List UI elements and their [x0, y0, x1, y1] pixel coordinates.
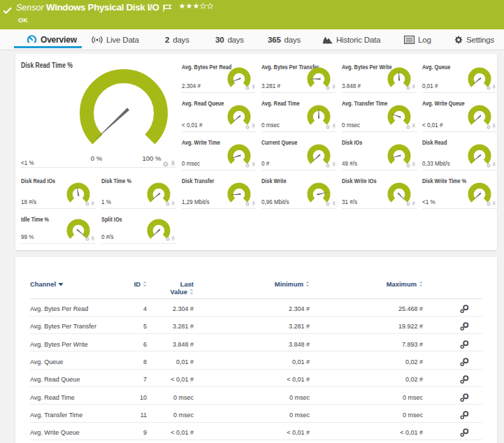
- gauge-pin-icon[interactable]: [332, 201, 336, 207]
- gauge-pin-icon[interactable]: [91, 201, 95, 207]
- gauge-pin-icon[interactable]: [492, 85, 496, 90]
- panel-divider: [101, 243, 176, 244]
- cell-actions: [423, 405, 482, 422]
- gauge-pin-icon[interactable]: [412, 85, 416, 90]
- gauge-gear-icon[interactable]: [245, 86, 250, 90]
- gauge-pin-icon[interactable]: [171, 201, 175, 207]
- tab-overview[interactable]: Overview: [27, 29, 77, 50]
- gauge-gear-icon[interactable]: [245, 164, 250, 168]
- gauge-panel: Disk Write0,96 Mbit/s: [256, 170, 336, 209]
- cell-last_value: 0 msec: [147, 386, 194, 404]
- gauge-panel-actions: [487, 124, 496, 129]
- gauge-gear-icon[interactable]: [406, 164, 410, 168]
- gauge-pin-icon[interactable]: [91, 236, 95, 242]
- channel-settings-icon[interactable]: [459, 357, 470, 367]
- tab-day-count: 365: [268, 36, 281, 44]
- gauge-gear-icon[interactable]: [245, 125, 250, 129]
- gauge-value: 0 msec: [261, 121, 280, 129]
- column-header-last_value[interactable]: LastValue: [147, 273, 194, 298]
- gauge-panel-actions: [406, 201, 416, 207]
- panel-divider: [422, 208, 497, 209]
- gauge-gear-icon[interactable]: [406, 125, 410, 129]
- gauge-pin-icon[interactable]: [332, 124, 336, 129]
- gauge-pin-icon[interactable]: [252, 162, 256, 168]
- column-header-channel[interactable]: Channel: [30, 273, 100, 298]
- star-filled-icon[interactable]: [193, 3, 199, 9]
- channel-settings-icon[interactable]: [459, 410, 470, 420]
- gauge-gear-icon[interactable]: [163, 161, 168, 167]
- gauge-gear-icon[interactable]: [487, 202, 491, 206]
- gauge-pin-icon[interactable]: [332, 162, 336, 168]
- gauge-gear-icon[interactable]: [326, 202, 330, 206]
- tab-365-days[interactable]: 365days: [268, 29, 301, 50]
- cell-minimum: 3.281 #: [194, 316, 310, 333]
- star-filled-icon[interactable]: [179, 3, 185, 9]
- gauge-pin-icon[interactable]: [252, 124, 256, 129]
- gauge-pin-icon[interactable]: [492, 162, 496, 168]
- gauge-panel: Avg. Transfer Time0 msec: [336, 93, 417, 132]
- column-header-id[interactable]: ID: [100, 273, 147, 298]
- cell-channel: Avg. Bytes Per Transfer: [30, 316, 100, 333]
- gauge-pin-icon[interactable]: [252, 201, 256, 207]
- gauge-value: 0 #: [261, 159, 269, 167]
- gauge-gear-icon[interactable]: [406, 202, 410, 206]
- gauge-gear-icon[interactable]: [326, 164, 330, 168]
- star-filled-icon[interactable]: [186, 3, 192, 9]
- sort-toggle-icon[interactable]: [189, 289, 194, 295]
- gauge-panel: Avg. Bytes Per Transfer3.281 #: [256, 57, 336, 93]
- column-label: Minimum: [275, 280, 303, 288]
- channel-settings-icon[interactable]: [459, 340, 470, 349]
- gauge-pin-icon[interactable]: [412, 201, 416, 207]
- gauge-pin-icon[interactable]: [492, 201, 496, 207]
- tab-2-days[interactable]: 2days: [165, 29, 189, 50]
- gauge-gear-icon[interactable]: [487, 125, 491, 129]
- gauge-pin-icon[interactable]: [171, 161, 175, 167]
- gauge-value: 0 #/s: [101, 233, 113, 240]
- column-header-maximum[interactable]: Maximum: [310, 273, 423, 298]
- live-icon: [92, 36, 103, 44]
- gauge-gear-icon[interactable]: [326, 125, 330, 129]
- gauge-pin-icon[interactable]: [252, 85, 256, 90]
- tab-log[interactable]: Log: [404, 29, 431, 50]
- gauge-gear-icon[interactable]: [166, 237, 170, 241]
- cell-maximum: 0 msec: [310, 386, 423, 404]
- gauge-title: Avg. Write Time: [182, 138, 220, 146]
- gauge-gear-icon[interactable]: [487, 86, 491, 90]
- gauge-panel: Disk Write Time %<1 %: [417, 170, 497, 209]
- gauge-gear-icon[interactable]: [326, 86, 330, 90]
- gauge-gear-icon[interactable]: [245, 202, 250, 206]
- channel-settings-icon[interactable]: [459, 304, 470, 314]
- gauge-pin-icon[interactable]: [171, 236, 175, 242]
- cell-id: 10: [100, 386, 147, 404]
- gauge-pin-icon[interactable]: [412, 162, 416, 168]
- star-empty-icon[interactable]: [207, 3, 213, 9]
- gauge-pin-icon[interactable]: [412, 124, 416, 129]
- channel-settings-icon[interactable]: [459, 393, 470, 402]
- priority-stars[interactable]: [179, 3, 213, 9]
- tab-30-days[interactable]: 30days: [215, 29, 244, 50]
- tab-settings[interactable]: Settings: [454, 29, 494, 50]
- gauge-pin-icon[interactable]: [332, 85, 336, 90]
- gauge-gear-icon[interactable]: [406, 86, 410, 90]
- column-header-minimum[interactable]: Minimum: [194, 273, 310, 298]
- tab-live-data[interactable]: Live Data: [92, 29, 139, 50]
- sort-toggle-icon[interactable]: [419, 281, 423, 287]
- sort-toggle-icon[interactable]: [305, 281, 310, 287]
- channel-settings-icon[interactable]: [459, 428, 470, 437]
- sort-toggle-icon[interactable]: [143, 281, 147, 287]
- tab-label: days: [285, 36, 301, 44]
- channel-settings-icon[interactable]: [459, 375, 470, 384]
- channel-settings-icon[interactable]: [459, 321, 470, 331]
- star-empty-icon[interactable]: [200, 3, 206, 9]
- column-label: Value: [171, 288, 188, 296]
- gauge-pin-icon[interactable]: [492, 124, 496, 129]
- gauge-gear-icon[interactable]: [85, 202, 89, 206]
- flag-icon[interactable]: [163, 2, 172, 15]
- gear-icon: [454, 36, 463, 44]
- gauge-gear-icon[interactable]: [85, 237, 89, 241]
- gauge-gear-icon[interactable]: [487, 164, 491, 168]
- table-header-row: ChannelIDLastValueMinimumMaximum: [30, 273, 482, 298]
- gauge-gear-icon[interactable]: [166, 202, 170, 206]
- gauge-title: Avg. Bytes Per Read: [182, 63, 231, 71]
- tab-historic-data[interactable]: Historic Data: [322, 29, 380, 50]
